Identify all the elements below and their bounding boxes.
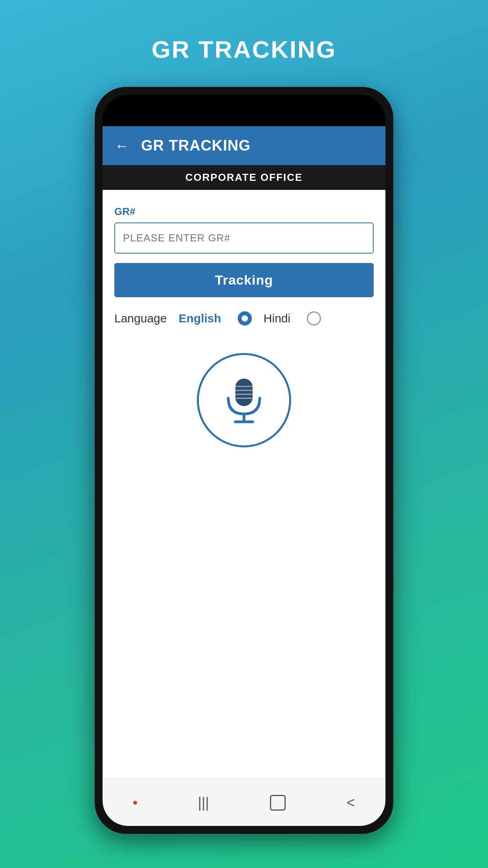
- back-nav-icon[interactable]: <: [347, 794, 355, 811]
- gr-label: GR#: [114, 206, 374, 218]
- menu-icon[interactable]: |||: [198, 794, 209, 811]
- home-icon[interactable]: [270, 795, 286, 811]
- phone-screen: ← GR TRACKING CORPORATE OFFICE GR# Track…: [103, 95, 385, 826]
- gr-input[interactable]: [114, 223, 374, 254]
- status-bar: [103, 95, 385, 126]
- phone-frame: ← GR TRACKING CORPORATE OFFICE GR# Track…: [95, 87, 393, 834]
- back-button[interactable]: ←: [114, 138, 129, 153]
- language-label: Language: [114, 312, 167, 325]
- mic-circle[interactable]: [197, 353, 291, 447]
- mic-container[interactable]: [114, 353, 374, 447]
- nav-dot: [133, 801, 137, 805]
- sub-header: CORPORATE OFFICE: [103, 165, 385, 190]
- nav-bar: ||| <: [103, 779, 385, 826]
- english-label: English: [178, 312, 221, 325]
- language-row: Language English Hindi: [114, 311, 374, 326]
- svg-rect-0: [235, 379, 253, 406]
- sub-header-text: CORPORATE OFFICE: [185, 171, 303, 183]
- hindi-label: Hindi: [264, 312, 290, 325]
- english-option[interactable]: English: [178, 312, 226, 325]
- english-radio-selected[interactable]: [238, 311, 252, 326]
- hindi-option[interactable]: Hindi: [264, 312, 295, 325]
- app-content: GR# Tracking Language English Hindi: [103, 190, 385, 779]
- app-header-title: GR TRACKING: [141, 137, 251, 154]
- tracking-button[interactable]: Tracking: [114, 263, 374, 297]
- app-header: ← GR TRACKING: [103, 126, 385, 165]
- hindi-radio-unselected[interactable]: [307, 311, 321, 326]
- nav-dot-area: [133, 801, 137, 805]
- microphone-icon: [220, 375, 268, 426]
- page-title: GR TRACKING: [152, 35, 336, 63]
